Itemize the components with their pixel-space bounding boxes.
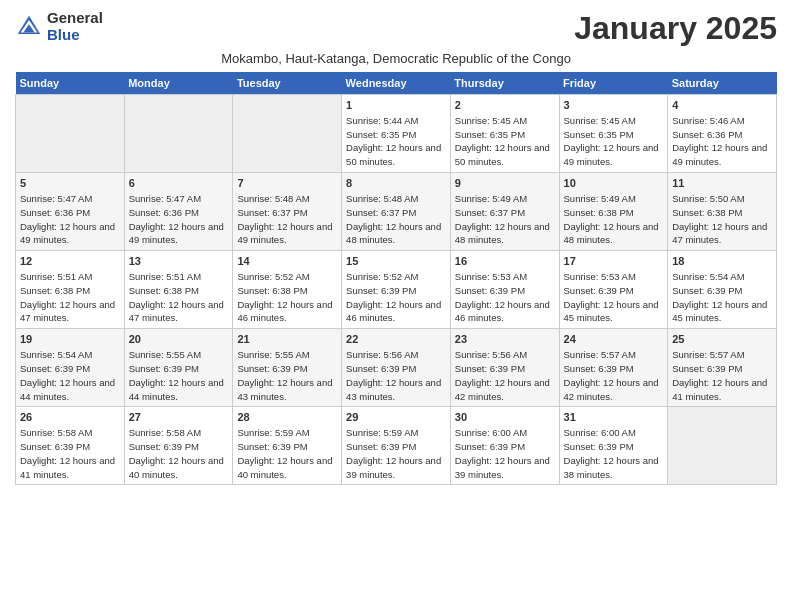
logo: General Blue (15, 10, 103, 43)
calendar-week-4: 19Sunrise: 5:54 AMSunset: 6:39 PMDayligh… (16, 329, 777, 407)
day-info: Sunrise: 5:48 AMSunset: 6:37 PMDaylight:… (237, 193, 332, 245)
calendar-cell: 15Sunrise: 5:52 AMSunset: 6:39 PMDayligh… (342, 251, 451, 329)
day-info: Sunrise: 5:50 AMSunset: 6:38 PMDaylight:… (672, 193, 767, 245)
calendar-cell: 8Sunrise: 5:48 AMSunset: 6:37 PMDaylight… (342, 173, 451, 251)
calendar-cell: 18Sunrise: 5:54 AMSunset: 6:39 PMDayligh… (668, 251, 777, 329)
day-number: 29 (346, 410, 446, 425)
calendar-cell: 21Sunrise: 5:55 AMSunset: 6:39 PMDayligh… (233, 329, 342, 407)
logo-blue: Blue (47, 27, 103, 44)
day-info: Sunrise: 5:54 AMSunset: 6:39 PMDaylight:… (20, 349, 115, 401)
day-info: Sunrise: 5:55 AMSunset: 6:39 PMDaylight:… (237, 349, 332, 401)
day-info: Sunrise: 5:53 AMSunset: 6:39 PMDaylight:… (564, 271, 659, 323)
calendar-cell (16, 95, 125, 173)
calendar-cell: 7Sunrise: 5:48 AMSunset: 6:37 PMDaylight… (233, 173, 342, 251)
day-number: 16 (455, 254, 555, 269)
day-number: 27 (129, 410, 229, 425)
calendar-cell (668, 407, 777, 485)
calendar-cell (233, 95, 342, 173)
day-number: 31 (564, 410, 664, 425)
day-info: Sunrise: 5:57 AMSunset: 6:39 PMDaylight:… (672, 349, 767, 401)
calendar-week-2: 5Sunrise: 5:47 AMSunset: 6:36 PMDaylight… (16, 173, 777, 251)
day-number: 14 (237, 254, 337, 269)
day-number: 12 (20, 254, 120, 269)
calendar-cell: 24Sunrise: 5:57 AMSunset: 6:39 PMDayligh… (559, 329, 668, 407)
calendar-body: 1Sunrise: 5:44 AMSunset: 6:35 PMDaylight… (16, 95, 777, 485)
subtitle: Mokambo, Haut-Katanga, Democratic Republ… (15, 51, 777, 66)
day-number: 13 (129, 254, 229, 269)
calendar-cell: 23Sunrise: 5:56 AMSunset: 6:39 PMDayligh… (450, 329, 559, 407)
day-info: Sunrise: 5:47 AMSunset: 6:36 PMDaylight:… (20, 193, 115, 245)
day-info: Sunrise: 5:57 AMSunset: 6:39 PMDaylight:… (564, 349, 659, 401)
calendar-cell: 31Sunrise: 6:00 AMSunset: 6:39 PMDayligh… (559, 407, 668, 485)
calendar-table: Sunday Monday Tuesday Wednesday Thursday… (15, 72, 777, 485)
day-info: Sunrise: 5:51 AMSunset: 6:38 PMDaylight:… (20, 271, 115, 323)
day-number: 9 (455, 176, 555, 191)
calendar-cell: 6Sunrise: 5:47 AMSunset: 6:36 PMDaylight… (124, 173, 233, 251)
calendar-cell: 12Sunrise: 5:51 AMSunset: 6:38 PMDayligh… (16, 251, 125, 329)
day-info: Sunrise: 5:44 AMSunset: 6:35 PMDaylight:… (346, 115, 441, 167)
day-number: 30 (455, 410, 555, 425)
day-info: Sunrise: 5:52 AMSunset: 6:38 PMDaylight:… (237, 271, 332, 323)
day-number: 4 (672, 98, 772, 113)
calendar-cell: 17Sunrise: 5:53 AMSunset: 6:39 PMDayligh… (559, 251, 668, 329)
calendar-header: Sunday Monday Tuesday Wednesday Thursday… (16, 72, 777, 95)
day-info: Sunrise: 5:58 AMSunset: 6:39 PMDaylight:… (129, 427, 224, 479)
day-number: 5 (20, 176, 120, 191)
day-info: Sunrise: 5:53 AMSunset: 6:39 PMDaylight:… (455, 271, 550, 323)
header-row: General Blue January 2025 (15, 10, 777, 47)
day-info: Sunrise: 5:45 AMSunset: 6:35 PMDaylight:… (564, 115, 659, 167)
header-monday: Monday (124, 72, 233, 95)
header-thursday: Thursday (450, 72, 559, 95)
header-sunday: Sunday (16, 72, 125, 95)
day-info: Sunrise: 5:54 AMSunset: 6:39 PMDaylight:… (672, 271, 767, 323)
logo-icon (15, 13, 43, 41)
calendar-cell: 16Sunrise: 5:53 AMSunset: 6:39 PMDayligh… (450, 251, 559, 329)
day-number: 25 (672, 332, 772, 347)
calendar-cell: 4Sunrise: 5:46 AMSunset: 6:36 PMDaylight… (668, 95, 777, 173)
day-info: Sunrise: 5:49 AMSunset: 6:37 PMDaylight:… (455, 193, 550, 245)
day-number: 18 (672, 254, 772, 269)
day-number: 21 (237, 332, 337, 347)
calendar-cell: 26Sunrise: 5:58 AMSunset: 6:39 PMDayligh… (16, 407, 125, 485)
day-number: 24 (564, 332, 664, 347)
calendar-cell: 1Sunrise: 5:44 AMSunset: 6:35 PMDaylight… (342, 95, 451, 173)
calendar-week-5: 26Sunrise: 5:58 AMSunset: 6:39 PMDayligh… (16, 407, 777, 485)
day-number: 10 (564, 176, 664, 191)
logo-general: General (47, 10, 103, 27)
header-saturday: Saturday (668, 72, 777, 95)
day-info: Sunrise: 5:56 AMSunset: 6:39 PMDaylight:… (455, 349, 550, 401)
day-info: Sunrise: 5:51 AMSunset: 6:38 PMDaylight:… (129, 271, 224, 323)
day-number: 6 (129, 176, 229, 191)
day-info: Sunrise: 5:55 AMSunset: 6:39 PMDaylight:… (129, 349, 224, 401)
day-info: Sunrise: 5:48 AMSunset: 6:37 PMDaylight:… (346, 193, 441, 245)
day-number: 28 (237, 410, 337, 425)
calendar-cell: 11Sunrise: 5:50 AMSunset: 6:38 PMDayligh… (668, 173, 777, 251)
day-number: 11 (672, 176, 772, 191)
calendar-week-3: 12Sunrise: 5:51 AMSunset: 6:38 PMDayligh… (16, 251, 777, 329)
day-number: 7 (237, 176, 337, 191)
calendar-cell (124, 95, 233, 173)
calendar-cell: 27Sunrise: 5:58 AMSunset: 6:39 PMDayligh… (124, 407, 233, 485)
calendar-cell: 22Sunrise: 5:56 AMSunset: 6:39 PMDayligh… (342, 329, 451, 407)
day-number: 20 (129, 332, 229, 347)
logo-text: General Blue (47, 10, 103, 43)
calendar-cell: 14Sunrise: 5:52 AMSunset: 6:38 PMDayligh… (233, 251, 342, 329)
day-number: 26 (20, 410, 120, 425)
calendar-cell: 10Sunrise: 5:49 AMSunset: 6:38 PMDayligh… (559, 173, 668, 251)
day-info: Sunrise: 5:45 AMSunset: 6:35 PMDaylight:… (455, 115, 550, 167)
month-title: January 2025 (574, 10, 777, 47)
day-info: Sunrise: 5:49 AMSunset: 6:38 PMDaylight:… (564, 193, 659, 245)
day-info: Sunrise: 6:00 AMSunset: 6:39 PMDaylight:… (455, 427, 550, 479)
day-info: Sunrise: 5:56 AMSunset: 6:39 PMDaylight:… (346, 349, 441, 401)
calendar-cell: 5Sunrise: 5:47 AMSunset: 6:36 PMDaylight… (16, 173, 125, 251)
day-info: Sunrise: 5:46 AMSunset: 6:36 PMDaylight:… (672, 115, 767, 167)
day-number: 8 (346, 176, 446, 191)
day-number: 22 (346, 332, 446, 347)
day-info: Sunrise: 5:59 AMSunset: 6:39 PMDaylight:… (237, 427, 332, 479)
calendar-cell: 28Sunrise: 5:59 AMSunset: 6:39 PMDayligh… (233, 407, 342, 485)
calendar-cell: 20Sunrise: 5:55 AMSunset: 6:39 PMDayligh… (124, 329, 233, 407)
calendar-cell: 3Sunrise: 5:45 AMSunset: 6:35 PMDaylight… (559, 95, 668, 173)
day-info: Sunrise: 5:58 AMSunset: 6:39 PMDaylight:… (20, 427, 115, 479)
day-number: 19 (20, 332, 120, 347)
calendar-week-1: 1Sunrise: 5:44 AMSunset: 6:35 PMDaylight… (16, 95, 777, 173)
